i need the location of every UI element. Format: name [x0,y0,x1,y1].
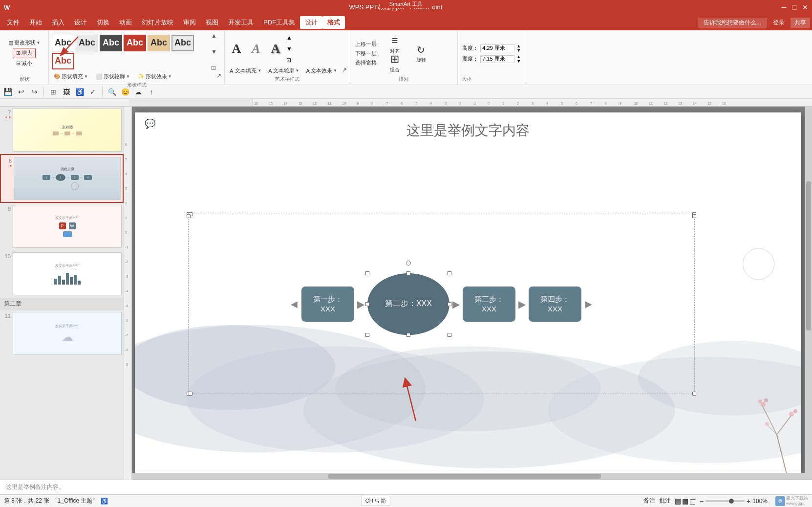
menu-developer[interactable]: 开发工具 [223,16,258,29]
scroll-thumb-h[interactable] [328,474,601,479]
art-style-scroll-down[interactable]: ▼ [286,45,292,52]
text-effect-btn[interactable]: A 文本效果 ▼ [304,66,339,75]
outer-handle-ml[interactable] [187,214,191,218]
below-layer-btn[interactable]: 下移一层 [353,49,379,58]
help-search[interactable]: 告诉我您想要做什么... [698,18,767,28]
horizontal-scrollbar[interactable] [124,473,805,480]
outer-handle-mr[interactable] [692,214,696,218]
menu-smartart-design[interactable]: 设计 [300,16,322,29]
zoom-percent[interactable]: 100% [752,498,768,505]
menu-design[interactable]: 设计 [69,16,92,29]
slide-thumb-11[interactable]: 友友乐平师PPT ☁ [13,312,122,355]
shape-outline-btn[interactable]: ⬜ 形状轮廓 ▼ [94,72,132,81]
nav-arrow-left[interactable]: ◀ [289,297,299,311]
step-1-box[interactable]: 第一步：XXX [301,287,354,322]
close-btn[interactable]: ✕ [802,3,808,11]
menu-file[interactable]: 文件 [2,16,24,29]
nav-arrow-right[interactable]: ▶ [583,297,594,311]
oval-handle-bl[interactable] [365,333,369,337]
width-input[interactable] [480,55,514,63]
width-down[interactable]: ▼ [516,59,521,64]
art-text-style-2[interactable]: A [247,40,265,58]
slide-item-11[interactable]: 11 友友乐平师PPT ☁ [0,310,124,357]
minimize-btn[interactable]: ─ [782,3,787,11]
menu-view[interactable]: 视图 [201,16,223,29]
menu-smartart-format[interactable]: 格式 [322,16,345,29]
rotate-handle[interactable] [406,261,411,265]
menu-pdf[interactable]: PDF工具集 [258,16,300,29]
view-normal-btn[interactable]: ▤ [675,497,681,505]
art-text-style-1[interactable]: A [228,40,245,58]
shape-style-scroll-down[interactable]: ▼ [211,48,217,55]
oval-handle-mr[interactable] [448,302,451,306]
zoom-slider-thumb[interactable] [729,499,734,504]
shape-style-1[interactable]: Abc [52,35,74,51]
shape-expand-btn[interactable]: ↗ [216,72,221,81]
height-down[interactable]: ▼ [516,48,521,53]
art-style-expand[interactable]: ⊡ [286,57,292,64]
align-btn[interactable]: ≡ 对齐 [383,36,407,53]
slide-thumb-10[interactable]: 友友乐平师PPT [13,252,122,295]
art-text-style-3[interactable]: A [267,40,284,58]
slide-item-8[interactable]: 8* 流程步骤 1 → 2 → 3 → 4 [0,154,124,203]
shape-effect-btn[interactable]: ✨ 形状效果 ▼ [136,72,174,81]
shape-style-expand[interactable]: ⊡ [211,65,217,71]
above-layer-btn[interactable]: 上移一层 [353,40,379,48]
slide-thumb-9[interactable]: 友友乐平师PPT P W [13,205,122,248]
vertical-scrollbar[interactable] [805,107,812,480]
oval-handle-tm[interactable] [406,271,410,275]
view-reading-btn[interactable]: ▥ [689,497,696,505]
step-3-box[interactable]: 第三步：XXX [463,287,515,322]
outer-handle-bm[interactable] [189,392,192,396]
change-shape-btn[interactable]: ▤ 更改形状 ▼ [6,39,43,47]
shape-style-7[interactable]: Abc [52,53,74,69]
shape-style-4[interactable]: Abc [124,35,146,51]
text-fill-btn[interactable]: A 文本填充 ▼ [228,66,263,75]
scroll-thumb-v[interactable] [806,181,811,331]
rotate-btn[interactable]: ↻ 旋转 [409,38,433,69]
step-4-box[interactable]: 第四步：XXX [529,287,581,322]
menu-slideshow[interactable]: 幻灯片放映 [137,16,178,29]
select-pane-btn[interactable]: 选择窗格 [353,59,379,67]
shape-style-2[interactable]: Abc [76,35,98,51]
height-input[interactable] [480,44,514,52]
step-2-oval[interactable]: 第二步：XXX [367,273,449,335]
slide-item-10[interactable]: 10 友友乐平师PPT [0,250,124,298]
notes-text[interactable]: 这里是举例备注内容。 [6,483,64,491]
menu-start[interactable]: 开始 [24,16,47,29]
group-btn[interactable]: ⊞ 组合 [383,54,407,72]
login-btn[interactable]: 登录 [773,19,785,27]
oval-handle-br[interactable] [448,333,451,337]
oval-handle-tl[interactable] [365,271,369,275]
oval-handle-tr[interactable] [448,271,451,275]
shape-style-scroll-up[interactable]: ▲ [211,32,217,39]
review-status-btn[interactable]: 批注 [659,497,671,505]
slide-item-7[interactable]: 7* 流程图 → → [0,107,124,154]
slide-thumb-7[interactable]: 流程图 → → [13,109,122,152]
zoom-slider[interactable] [705,500,745,502]
maximize-btn[interactable]: □ [792,3,796,11]
shape-style-6[interactable]: Abc [171,35,194,51]
redo-btn[interactable]: ↪ [28,86,40,98]
oval-handle-bm[interactable] [406,333,410,337]
share-btn[interactable]: 共享 [791,18,810,28]
shape-style-3[interactable]: Abc [100,35,122,51]
comment-bubble-icon[interactable]: 💬 [145,118,155,129]
menu-review[interactable]: 审阅 [178,16,201,29]
smartart-selection-border[interactable]: ◀ 第一步：XXX ▶ 第二步：XXX [188,214,695,394]
increase-shape-btn[interactable]: ⊞ 增大 [13,48,36,58]
menu-animation[interactable]: 动画 [114,16,137,29]
zoom-minus-btn[interactable]: − [700,497,704,505]
zoom-plus-btn[interactable]: + [747,497,750,505]
lang-btn[interactable]: CH ⇆ 简 [361,496,390,506]
undo-btn[interactable]: ↩ [15,86,27,98]
slide-thumb-8[interactable]: 流程步骤 1 → 2 → 3 → 4 [14,157,121,200]
outer-handle-br[interactable] [692,392,696,396]
slide-item-9[interactable]: 9 友友乐平师PPT P W [0,203,124,250]
save-btn[interactable]: 💾 [2,86,14,98]
view-slide-sorter-btn[interactable]: ▦ [682,497,688,505]
art-expand-btn[interactable]: ↗ [342,66,347,75]
shape-fill-btn[interactable]: 🎨 形状填充 ▼ [52,72,90,81]
comment-status-btn[interactable]: 备注 [643,497,655,505]
decrease-shape-btn[interactable]: ⊟ 减小 [14,59,34,67]
